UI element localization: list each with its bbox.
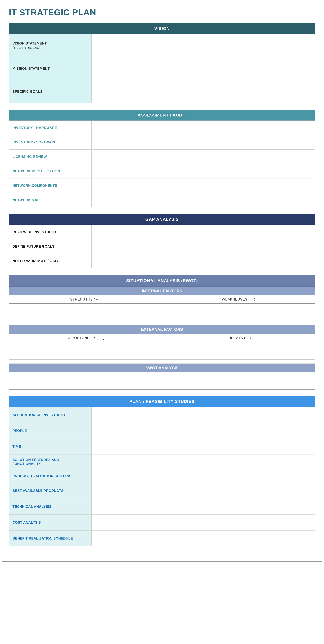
assessment-header: ASSESSMENT / AUDIT — [9, 110, 315, 120]
assess-row: INVENTORY - HARDWARE — [9, 120, 315, 135]
swot-opportunities: OPPORTUNITIES ( + ) — [9, 334, 162, 359]
plan-row-value[interactable] — [92, 423, 315, 439]
plan-row-label: PEOPLE — [9, 423, 92, 439]
page-container: IT STRATEGIC PLAN VISION VISION STATEMEN… — [2, 2, 322, 562]
gap-row-value[interactable] — [92, 239, 315, 254]
plan-row-value[interactable] — [92, 455, 315, 469]
assess-row: NETWORK MAP — [9, 193, 315, 207]
assess-row: NETWORK COMPONENTS — [9, 178, 315, 193]
assess-row-label: NETWORK MAP — [9, 193, 92, 207]
swot-opportunities-header: OPPORTUNITIES ( + ) — [9, 334, 162, 342]
plan-row: PRODUCT EVALUATION CRITERA — [9, 469, 315, 483]
vision-row-label: VISION STATEMENT (1-2 SENTENCES) — [9, 34, 92, 57]
swot-threats-header: THREATS ( – ) — [162, 334, 315, 342]
assess-row-label: INVENTORY - SOFTWARE — [9, 135, 92, 150]
plan-row-label: TECHNICAL ANALYSIS — [9, 499, 92, 514]
gap-row-label: DEFINE FUTURE GOALS — [9, 239, 92, 254]
plan-row: ALLOCATION OF INVENTORIES — [9, 407, 315, 423]
gap-row: REVIEW OF INVENTORIES — [9, 225, 315, 239]
assess-row-value[interactable] — [92, 135, 315, 150]
vision-row: VISION STATEMENT (1-2 SENTENCES) — [9, 34, 315, 57]
assess-row-label: NETWORK COMPONENTS — [9, 178, 92, 193]
gap-row: NOTED VARIANCES / GAPS — [9, 254, 315, 268]
plan-row-value[interactable] — [92, 407, 315, 423]
label-text: VISION STATEMENT — [13, 41, 88, 45]
label-text: MISSION STATEMENT — [13, 66, 88, 70]
swot-strengths: STRENGTHS ( + ) — [9, 296, 162, 321]
swot-external-header: EXTERNAL FACTORS — [9, 325, 315, 334]
plan-row-label: BENEFIT REALIZATION SCHEDULE — [9, 530, 92, 546]
plan-row: BEST AVAILABLE PRODUCTS — [9, 483, 315, 499]
assess-row-value[interactable] — [92, 121, 315, 135]
assess-row-label: INVENTORY - HARDWARE — [9, 121, 92, 135]
gap-row-label: NOTED VARIANCES / GAPS — [9, 254, 92, 268]
vision-row-label: SPECIFIC GOALS — [9, 80, 92, 103]
swot-internal-grid: STRENGTHS ( + ) WEAKNESSES ( – ) — [9, 296, 315, 321]
swot-weaknesses: WEAKNESSES ( – ) — [162, 296, 315, 321]
plan-row-label: BEST AVAILABLE PRODUCTS — [9, 483, 92, 498]
gap-row-label: REVIEW OF INVENTORIES — [9, 225, 92, 239]
plan-row: TIME — [9, 439, 315, 455]
swot-weaknesses-body[interactable] — [162, 304, 315, 321]
assess-row: INVENTORY - SOFTWARE — [9, 135, 315, 150]
assess-row-label: LICENSING REVIEW — [9, 150, 92, 164]
page-title: IT STRATEGIC PLAN — [9, 8, 315, 17]
vision-row: MISSION STATEMENT — [9, 57, 315, 80]
assess-row-value[interactable] — [92, 178, 315, 193]
plan-row: COST ANALYSIS — [9, 515, 315, 530]
section-assessment: ASSESSMENT / AUDIT INVENTORY - HARDWARE … — [9, 110, 315, 207]
vision-row-value[interactable] — [92, 57, 315, 80]
swot-opportunities-body[interactable] — [9, 342, 162, 359]
plan-row-value[interactable] — [92, 469, 315, 483]
gap-header: GAP ANALYSIS — [9, 214, 315, 225]
gap-row: DEFINE FUTURE GOALS — [9, 239, 315, 254]
label-text: SPECIFIC GOALS — [13, 90, 88, 94]
assess-row-label: NETWORK IDENTIFICATION — [9, 164, 92, 178]
plan-header: PLAN / FEASIBILITY STUDIES — [9, 396, 315, 407]
assess-row-value[interactable] — [92, 164, 315, 178]
swot-strengths-body[interactable] — [9, 304, 162, 321]
plan-row-label: PRODUCT EVALUATION CRITERA — [9, 469, 92, 483]
gap-row-value[interactable] — [92, 254, 315, 268]
vision-row-label: MISSION STATEMENT — [9, 57, 92, 80]
plan-row: BENEFIT REALIZATION SCHEDULE — [9, 530, 315, 546]
assess-row: NETWORK IDENTIFICATION — [9, 164, 315, 178]
swot-external-grid: OPPORTUNITIES ( + ) THREATS ( – ) — [9, 334, 315, 360]
vision-row-value[interactable] — [92, 80, 315, 103]
swot-weaknesses-header: WEAKNESSES ( – ) — [162, 296, 315, 304]
gap-row-value[interactable] — [92, 225, 315, 239]
assess-row-value[interactable] — [92, 193, 315, 207]
assess-row-value[interactable] — [92, 150, 315, 164]
swot-internal-header: INTERNAL FACTORS — [9, 287, 315, 296]
plan-row: TECHNICAL ANALYSIS — [9, 499, 315, 515]
section-gap: GAP ANALYSIS REVIEW OF INVENTORIES DEFIN… — [9, 214, 315, 268]
vision-header: VISION — [9, 23, 315, 34]
vision-row: SPECIFIC GOALS — [9, 80, 315, 103]
plan-row-value[interactable] — [92, 439, 315, 454]
vision-row-value[interactable] — [92, 34, 315, 57]
section-plan: PLAN / FEASIBILITY STUDIES ALLOCATION OF… — [9, 396, 315, 546]
swot-threats-body[interactable] — [162, 342, 315, 359]
label-sub: (1-2 SENTENCES) — [13, 46, 88, 50]
swot-analysis-body[interactable] — [9, 372, 315, 390]
plan-row-value[interactable] — [92, 499, 315, 514]
assess-row: LICENSING REVIEW — [9, 150, 315, 164]
plan-row-label: ALLOCATION OF INVENTORIES — [9, 407, 92, 423]
plan-row-label: SOLUTION FEATURES AND FUNCTIONALITY — [9, 455, 92, 469]
section-vision: VISION VISION STATEMENT (1-2 SENTENCES) … — [9, 23, 315, 103]
plan-row-label: COST ANALYSIS — [9, 515, 92, 530]
swot-header: SITUATIONAL ANALYSIS (SWOT) — [9, 275, 315, 287]
plan-row: PEOPLE — [9, 423, 315, 439]
section-swot: SITUATIONAL ANALYSIS (SWOT) INTERNAL FAC… — [9, 275, 315, 390]
plan-row-label: TIME — [9, 439, 92, 454]
swot-analysis-header: SWOT ANALYSIS — [9, 364, 315, 372]
plan-row: SOLUTION FEATURES AND FUNCTIONALITY — [9, 455, 315, 469]
plan-row-value[interactable] — [92, 483, 315, 498]
plan-row-value[interactable] — [92, 515, 315, 530]
swot-threats: THREATS ( – ) — [162, 334, 315, 359]
plan-row-value[interactable] — [92, 530, 315, 546]
swot-strengths-header: STRENGTHS ( + ) — [9, 296, 162, 304]
